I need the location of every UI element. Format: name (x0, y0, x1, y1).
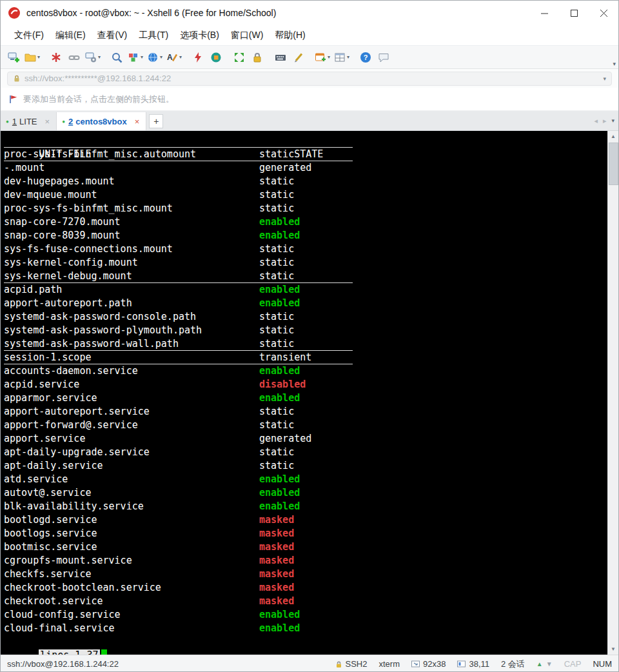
new-window-button[interactable]: ▾ (313, 48, 332, 66)
address-dropdown-icon[interactable]: ▾ (603, 75, 606, 82)
scrollbar-thumb[interactable] (609, 143, 618, 185)
toolbar-overflow-icon[interactable]: ▾ (613, 61, 616, 67)
maximize-button[interactable] (559, 1, 589, 25)
menu-tools[interactable]: 工具(T) (133, 27, 174, 44)
session-manager-button[interactable] (47, 48, 65, 66)
screen-size-icon (411, 660, 420, 668)
tab-label: LITE (19, 117, 37, 126)
tab-label: centos8vbox (75, 117, 126, 126)
close-button[interactable] (589, 1, 618, 25)
tab-lite[interactable]: ● 1 LITE × (1, 112, 57, 130)
unit-file-name: systemd-ask-password-plymouth.path (4, 324, 259, 337)
terminal-row: checkroot.servicemasked (4, 595, 353, 608)
status-scroll-arrows: ▲ ▼ (536, 660, 553, 667)
unit-state: static (259, 446, 294, 458)
window-controls (529, 1, 618, 25)
globe-icon (147, 52, 159, 63)
window-title: centos8vbox - root@vbox: ~ - Xshell 6 (F… (26, 8, 529, 18)
font-button[interactable]: A ▾ (164, 48, 184, 66)
tab-close-icon[interactable]: × (44, 117, 52, 126)
scrollbar-down-icon[interactable]: ▼ (608, 644, 618, 655)
lightning-icon (192, 52, 204, 63)
grid-layout-icon (334, 52, 346, 63)
unit-file-name: acpid.path (4, 283, 259, 297)
terminal-row: cgroupfs-mount.servicemasked (4, 554, 353, 568)
unit-state: enabled (259, 230, 300, 241)
arrow-down-icon[interactable]: ▼ (546, 660, 553, 667)
tab-scroll-right-icon[interactable]: ▸ (603, 117, 607, 125)
terminal-row: session-1.scopetransient (4, 351, 353, 364)
terminal-row: atd.serviceenabled (4, 473, 353, 486)
terminal-row: systemd-ask-password-wall.pathstatic (4, 337, 353, 351)
arrow-up-icon[interactable]: ▲ (536, 660, 543, 667)
terminal-cursor (101, 649, 107, 655)
terminal-row: snap-core-7270.mountenabled (4, 215, 353, 229)
menu-help[interactable]: 帮助(H) (269, 27, 311, 44)
menu-window[interactable]: 窗口(W) (225, 27, 270, 44)
tab-centos8vbox[interactable]: ● 2 centos8vbox × (57, 112, 146, 130)
session-properties-button[interactable]: ▾ (83, 48, 103, 66)
terminal-row: apt-daily.servicestatic (4, 459, 353, 473)
file-transfer-button[interactable] (207, 48, 225, 66)
tab-color-button[interactable]: ▾ (126, 48, 145, 66)
menu-file[interactable]: 文件(F) (8, 27, 50, 44)
unit-state: static (259, 338, 294, 350)
unit-state: masked (259, 514, 294, 526)
red-asterisk-icon (50, 52, 62, 63)
highlight-button[interactable] (290, 48, 308, 66)
caret-down-icon: ▾ (141, 55, 143, 60)
address-bar[interactable]: ▾ (7, 72, 612, 86)
scrollbar-up-icon[interactable]: ▲ (608, 131, 618, 142)
unit-file-name: acpid.service (4, 378, 259, 391)
unit-state: generated (259, 162, 311, 173)
new-session-button[interactable] (5, 48, 23, 66)
tab-list-dropdown-icon[interactable]: ▾ (611, 117, 614, 124)
unit-file-name: session-1.scope (4, 351, 259, 364)
keyboard-icon (275, 52, 286, 63)
terminal-row: bootmisc.servicemasked (4, 540, 353, 554)
encoding-button[interactable]: ▾ (145, 48, 164, 66)
address-input[interactable] (25, 74, 603, 83)
unit-file-name: apt-daily-upgrade.service (4, 446, 259, 459)
xftp-icon (210, 52, 222, 63)
unit-file-name: atd.service (4, 473, 259, 486)
minimize-button[interactable] (529, 1, 559, 25)
info-flag-icon (8, 94, 18, 104)
menu-edit[interactable]: 编辑(E) (50, 27, 92, 44)
disconnect-button[interactable] (65, 48, 83, 66)
terminal[interactable]: UNIT FILESTATE proc-sys-fs-binfmt_misc.a… (1, 131, 618, 655)
unit-state: disabled (259, 379, 306, 390)
help-button[interactable]: ? (357, 48, 375, 66)
new-tab-button[interactable]: + (149, 114, 163, 128)
tab-close-icon[interactable]: × (133, 117, 141, 126)
monitor-gear-icon (85, 52, 97, 63)
unit-file-name: systemd-ask-password-console.path (4, 310, 259, 324)
menu-tabs[interactable]: 选项卡(B) (174, 27, 225, 44)
terminal-pager-row: lines 1-37 (4, 635, 353, 649)
terminal-scrollbar[interactable]: ▲ ▼ (607, 131, 618, 655)
tab-scroll-left-icon[interactable]: ◂ (594, 117, 598, 125)
open-session-button[interactable]: ▾ (23, 48, 42, 66)
unit-state: masked (259, 528, 294, 539)
unit-state: enabled (259, 609, 300, 620)
tab-number: 1 (12, 117, 17, 126)
unit-state: masked (259, 595, 294, 607)
lock-screen-button[interactable] (248, 48, 266, 66)
session-connected-dot-icon: ● (62, 119, 65, 124)
caret-down-icon: ▾ (37, 55, 40, 60)
terminal-row: proc-sys-fs-binfmt_misc.mountstatic (4, 202, 353, 215)
menu-view[interactable]: 查看(V) (92, 27, 133, 44)
virtual-keyboard-button[interactable] (271, 48, 290, 66)
quick-commands-button[interactable] (189, 48, 207, 66)
feedback-button[interactable] (375, 48, 393, 66)
unit-file-name: autovt@.service (4, 486, 259, 500)
unit-state: masked (259, 541, 294, 553)
unit-file-name: proc-sys-fs-binfmt_misc.automount (4, 148, 259, 161)
fullscreen-button[interactable] (230, 48, 248, 66)
unit-state: generated (259, 433, 311, 444)
unit-file-name: bootlogd.service (4, 513, 259, 527)
find-button[interactable] (108, 48, 126, 66)
caret-down-icon: ▾ (347, 55, 349, 60)
num-lock-indicator: NUM (593, 659, 612, 669)
tile-layout-button[interactable]: ▾ (332, 48, 351, 66)
